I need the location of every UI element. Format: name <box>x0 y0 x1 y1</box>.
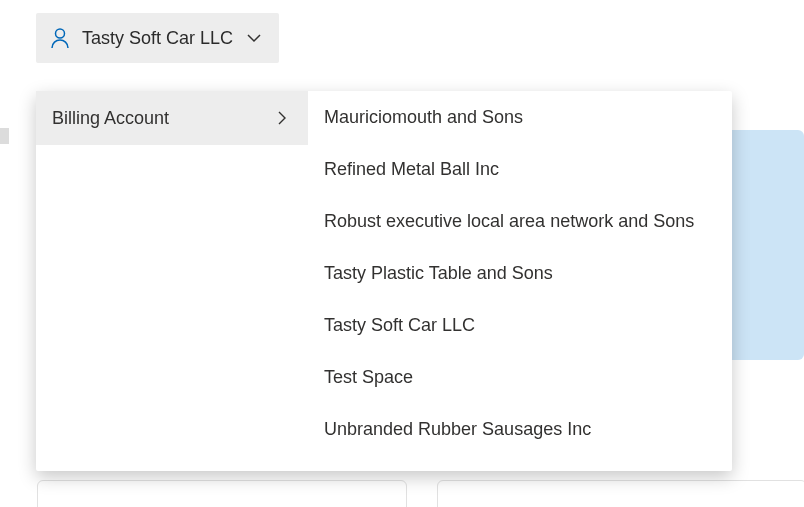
page-tab-strip <box>0 128 9 144</box>
svg-point-0 <box>56 29 65 38</box>
account-option[interactable]: Unbranded Rubber Sausages Inc <box>308 403 732 455</box>
account-dropdown-categories: Billing Account <box>36 91 308 471</box>
account-option-label: Robust executive local area network and … <box>324 211 694 232</box>
chevron-down-icon <box>245 29 263 47</box>
account-dropdown: Billing Account Mauriciomouth and Sons R… <box>36 91 732 471</box>
account-selector-label: Tasty Soft Car LLC <box>82 28 233 49</box>
account-selector[interactable]: Tasty Soft Car LLC <box>36 13 279 63</box>
account-option[interactable]: Tasty Soft Car LLC <box>308 299 732 351</box>
account-option-label: Tasty Soft Car LLC <box>324 315 475 336</box>
account-option-label: Mauriciomouth and Sons <box>324 107 523 128</box>
account-option[interactable]: Refined Metal Ball Inc <box>308 143 732 195</box>
quick-link-card[interactable] <box>437 480 804 507</box>
person-icon <box>50 27 70 49</box>
menu-item-billing-account-label: Billing Account <box>52 108 169 129</box>
account-option[interactable]: Mauriciomouth and Sons <box>308 91 732 143</box>
account-option[interactable]: Robust executive local area network and … <box>308 195 732 247</box>
account-option[interactable]: Tasty Plastic Table and Sons <box>308 247 732 299</box>
account-option[interactable]: Test Space <box>308 351 732 403</box>
account-option-label: Unbranded Rubber Sausages Inc <box>324 419 591 440</box>
account-option-label: Test Space <box>324 367 413 388</box>
menu-item-billing-account[interactable]: Billing Account <box>36 91 308 145</box>
account-option-label: Refined Metal Ball Inc <box>324 159 499 180</box>
account-dropdown-options: Mauriciomouth and Sons Refined Metal Bal… <box>308 91 732 471</box>
quick-link-card[interactable] <box>37 480 407 507</box>
chevron-right-icon <box>274 110 290 126</box>
account-option-label: Tasty Plastic Table and Sons <box>324 263 553 284</box>
